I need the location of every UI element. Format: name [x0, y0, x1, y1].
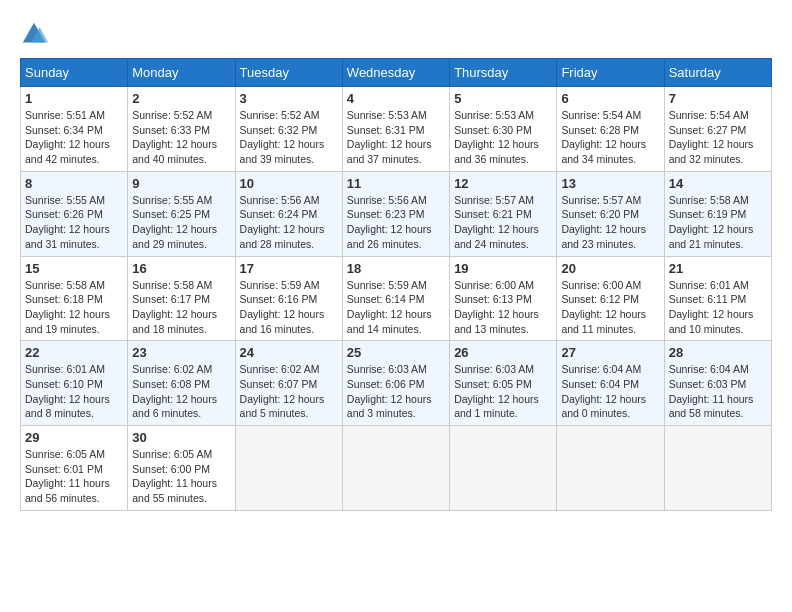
calendar-day-cell: 19Sunrise: 6:00 AMSunset: 6:13 PMDayligh…: [450, 256, 557, 341]
day-number: 13: [561, 176, 659, 191]
calendar-day-cell: 16Sunrise: 5:58 AMSunset: 6:17 PMDayligh…: [128, 256, 235, 341]
logo-icon: [20, 20, 48, 48]
calendar-day-cell: 22Sunrise: 6:01 AMSunset: 6:10 PMDayligh…: [21, 341, 128, 426]
header-day: Sunday: [21, 59, 128, 87]
calendar-day-cell: [235, 426, 342, 511]
day-info: Sunrise: 6:00 AMSunset: 6:12 PMDaylight:…: [561, 278, 659, 337]
day-number: 24: [240, 345, 338, 360]
day-number: 14: [669, 176, 767, 191]
calendar-day-cell: 12Sunrise: 5:57 AMSunset: 6:21 PMDayligh…: [450, 171, 557, 256]
day-number: 27: [561, 345, 659, 360]
calendar-day-cell: 11Sunrise: 5:56 AMSunset: 6:23 PMDayligh…: [342, 171, 449, 256]
calendar-day-cell: 30Sunrise: 6:05 AMSunset: 6:00 PMDayligh…: [128, 426, 235, 511]
calendar-day-cell: 14Sunrise: 5:58 AMSunset: 6:19 PMDayligh…: [664, 171, 771, 256]
header-day: Thursday: [450, 59, 557, 87]
calendar-day-cell: 24Sunrise: 6:02 AMSunset: 6:07 PMDayligh…: [235, 341, 342, 426]
header-day: Wednesday: [342, 59, 449, 87]
day-info: Sunrise: 6:01 AMSunset: 6:10 PMDaylight:…: [25, 362, 123, 421]
calendar-day-cell: 4Sunrise: 5:53 AMSunset: 6:31 PMDaylight…: [342, 87, 449, 172]
calendar-day-cell: 6Sunrise: 5:54 AMSunset: 6:28 PMDaylight…: [557, 87, 664, 172]
calendar-week-row: 29Sunrise: 6:05 AMSunset: 6:01 PMDayligh…: [21, 426, 772, 511]
day-info: Sunrise: 6:05 AMSunset: 6:00 PMDaylight:…: [132, 447, 230, 506]
day-number: 21: [669, 261, 767, 276]
calendar-table: SundayMondayTuesdayWednesdayThursdayFrid…: [20, 58, 772, 511]
day-info: Sunrise: 5:51 AMSunset: 6:34 PMDaylight:…: [25, 108, 123, 167]
day-info: Sunrise: 6:03 AMSunset: 6:05 PMDaylight:…: [454, 362, 552, 421]
day-info: Sunrise: 5:55 AMSunset: 6:25 PMDaylight:…: [132, 193, 230, 252]
day-number: 29: [25, 430, 123, 445]
day-info: Sunrise: 5:58 AMSunset: 6:17 PMDaylight:…: [132, 278, 230, 337]
calendar-day-cell: 27Sunrise: 6:04 AMSunset: 6:04 PMDayligh…: [557, 341, 664, 426]
day-number: 16: [132, 261, 230, 276]
day-number: 19: [454, 261, 552, 276]
calendar-week-row: 1Sunrise: 5:51 AMSunset: 6:34 PMDaylight…: [21, 87, 772, 172]
header-day: Monday: [128, 59, 235, 87]
calendar-day-cell: 26Sunrise: 6:03 AMSunset: 6:05 PMDayligh…: [450, 341, 557, 426]
day-info: Sunrise: 5:53 AMSunset: 6:31 PMDaylight:…: [347, 108, 445, 167]
calendar-week-row: 8Sunrise: 5:55 AMSunset: 6:26 PMDaylight…: [21, 171, 772, 256]
calendar-day-cell: 17Sunrise: 5:59 AMSunset: 6:16 PMDayligh…: [235, 256, 342, 341]
day-info: Sunrise: 5:54 AMSunset: 6:27 PMDaylight:…: [669, 108, 767, 167]
day-number: 23: [132, 345, 230, 360]
calendar-day-cell: [664, 426, 771, 511]
day-number: 9: [132, 176, 230, 191]
calendar-day-cell: 28Sunrise: 6:04 AMSunset: 6:03 PMDayligh…: [664, 341, 771, 426]
calendar-day-cell: [342, 426, 449, 511]
day-number: 8: [25, 176, 123, 191]
header-row: SundayMondayTuesdayWednesdayThursdayFrid…: [21, 59, 772, 87]
day-info: Sunrise: 5:58 AMSunset: 6:18 PMDaylight:…: [25, 278, 123, 337]
day-info: Sunrise: 6:02 AMSunset: 6:08 PMDaylight:…: [132, 362, 230, 421]
calendar-day-cell: [450, 426, 557, 511]
day-info: Sunrise: 5:58 AMSunset: 6:19 PMDaylight:…: [669, 193, 767, 252]
calendar-header: SundayMondayTuesdayWednesdayThursdayFrid…: [21, 59, 772, 87]
day-number: 3: [240, 91, 338, 106]
day-info: Sunrise: 5:54 AMSunset: 6:28 PMDaylight:…: [561, 108, 659, 167]
page-header: [20, 20, 772, 48]
calendar-week-row: 22Sunrise: 6:01 AMSunset: 6:10 PMDayligh…: [21, 341, 772, 426]
calendar-day-cell: 10Sunrise: 5:56 AMSunset: 6:24 PMDayligh…: [235, 171, 342, 256]
day-number: 5: [454, 91, 552, 106]
day-info: Sunrise: 5:57 AMSunset: 6:21 PMDaylight:…: [454, 193, 552, 252]
day-number: 28: [669, 345, 767, 360]
calendar-day-cell: 3Sunrise: 5:52 AMSunset: 6:32 PMDaylight…: [235, 87, 342, 172]
day-number: 11: [347, 176, 445, 191]
day-number: 12: [454, 176, 552, 191]
calendar-day-cell: 29Sunrise: 6:05 AMSunset: 6:01 PMDayligh…: [21, 426, 128, 511]
calendar-day-cell: 9Sunrise: 5:55 AMSunset: 6:25 PMDaylight…: [128, 171, 235, 256]
calendar-day-cell: 18Sunrise: 5:59 AMSunset: 6:14 PMDayligh…: [342, 256, 449, 341]
calendar-day-cell: 8Sunrise: 5:55 AMSunset: 6:26 PMDaylight…: [21, 171, 128, 256]
calendar-day-cell: 1Sunrise: 5:51 AMSunset: 6:34 PMDaylight…: [21, 87, 128, 172]
day-number: 22: [25, 345, 123, 360]
day-info: Sunrise: 6:04 AMSunset: 6:04 PMDaylight:…: [561, 362, 659, 421]
day-number: 30: [132, 430, 230, 445]
calendar-day-cell: 23Sunrise: 6:02 AMSunset: 6:08 PMDayligh…: [128, 341, 235, 426]
day-number: 10: [240, 176, 338, 191]
day-number: 15: [25, 261, 123, 276]
calendar-day-cell: 25Sunrise: 6:03 AMSunset: 6:06 PMDayligh…: [342, 341, 449, 426]
calendar-day-cell: 7Sunrise: 5:54 AMSunset: 6:27 PMDaylight…: [664, 87, 771, 172]
day-info: Sunrise: 5:52 AMSunset: 6:32 PMDaylight:…: [240, 108, 338, 167]
calendar-day-cell: 2Sunrise: 5:52 AMSunset: 6:33 PMDaylight…: [128, 87, 235, 172]
calendar-day-cell: 20Sunrise: 6:00 AMSunset: 6:12 PMDayligh…: [557, 256, 664, 341]
day-number: 20: [561, 261, 659, 276]
day-number: 2: [132, 91, 230, 106]
day-info: Sunrise: 5:53 AMSunset: 6:30 PMDaylight:…: [454, 108, 552, 167]
day-number: 18: [347, 261, 445, 276]
header-day: Friday: [557, 59, 664, 87]
calendar-day-cell: [557, 426, 664, 511]
day-info: Sunrise: 6:00 AMSunset: 6:13 PMDaylight:…: [454, 278, 552, 337]
calendar-week-row: 15Sunrise: 5:58 AMSunset: 6:18 PMDayligh…: [21, 256, 772, 341]
day-info: Sunrise: 5:57 AMSunset: 6:20 PMDaylight:…: [561, 193, 659, 252]
day-info: Sunrise: 6:03 AMSunset: 6:06 PMDaylight:…: [347, 362, 445, 421]
calendar-day-cell: 21Sunrise: 6:01 AMSunset: 6:11 PMDayligh…: [664, 256, 771, 341]
calendar-body: 1Sunrise: 5:51 AMSunset: 6:34 PMDaylight…: [21, 87, 772, 511]
day-number: 26: [454, 345, 552, 360]
logo: [20, 20, 52, 48]
header-day: Tuesday: [235, 59, 342, 87]
day-number: 7: [669, 91, 767, 106]
day-info: Sunrise: 5:59 AMSunset: 6:16 PMDaylight:…: [240, 278, 338, 337]
calendar-day-cell: 13Sunrise: 5:57 AMSunset: 6:20 PMDayligh…: [557, 171, 664, 256]
day-info: Sunrise: 5:52 AMSunset: 6:33 PMDaylight:…: [132, 108, 230, 167]
day-info: Sunrise: 6:01 AMSunset: 6:11 PMDaylight:…: [669, 278, 767, 337]
day-number: 17: [240, 261, 338, 276]
